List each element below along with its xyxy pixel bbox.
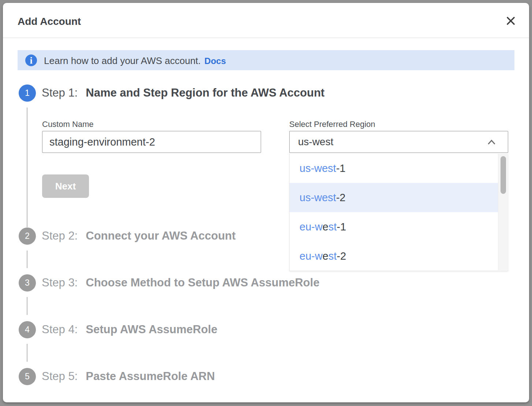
svg-text:i: i bbox=[30, 55, 32, 66]
